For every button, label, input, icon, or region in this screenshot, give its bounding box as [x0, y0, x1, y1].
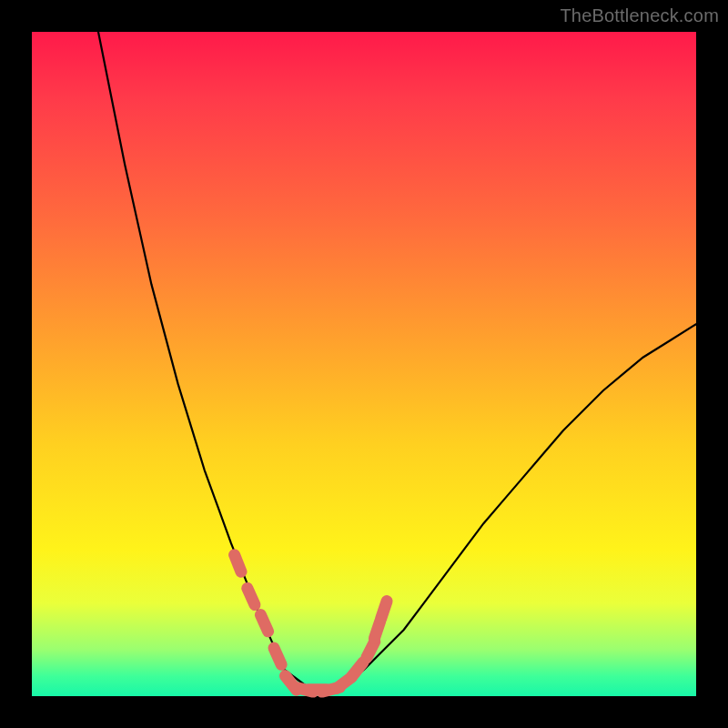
bottleneck-curve [98, 32, 696, 690]
plot-area [32, 32, 696, 696]
marker-dash [260, 615, 268, 632]
marker-dash [381, 602, 387, 619]
chart-frame: TheBottleneck.com [0, 0, 728, 728]
marker-dash [248, 588, 255, 604]
watermark-text: TheBottleneck.com [560, 5, 719, 26]
near-minimum-markers [235, 555, 388, 692]
marker-dash [274, 648, 281, 664]
marker-dash [352, 662, 363, 677]
marker-dash [235, 555, 241, 572]
curve-svg [32, 32, 696, 696]
